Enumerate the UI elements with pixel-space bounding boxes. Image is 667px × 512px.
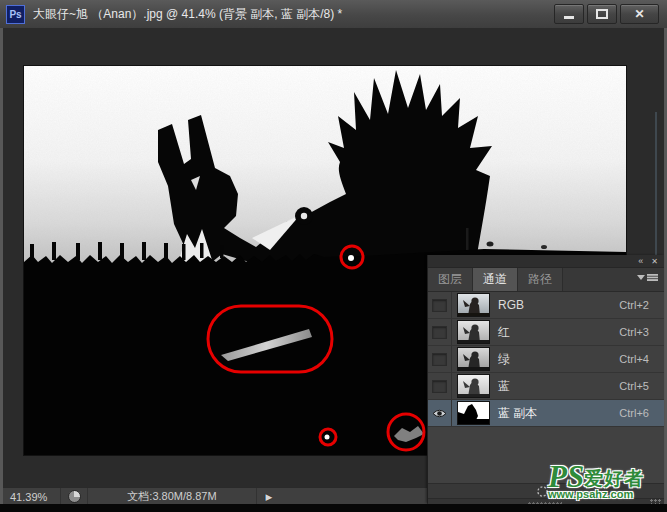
channel-row-green[interactable]: 绿 Ctrl+4 [428,346,664,373]
close-panel-icon[interactable]: ✕ [651,257,658,266]
tab-paths[interactable]: 路径 [518,268,563,291]
visibility-toggle[interactable] [428,400,452,426]
zoom-level-field[interactable]: 41.39% [3,488,61,505]
status-icon-cell[interactable] [61,488,88,505]
document-size-info[interactable]: 文档:3.80M/8.87M [88,488,257,505]
channel-thumbnail[interactable] [457,347,490,371]
window-controls: ✕ [554,4,659,24]
title-bar: Ps 大眼仔~旭 （Anan）.jpg @ 41.4% (背景 副本, 蓝 副本… [0,0,667,29]
distant-pole [466,228,469,250]
channel-row-blue-copy[interactable]: 蓝 副本 Ctrl+6 [428,400,664,427]
status-bar: 41.39% 文档:3.80M/8.87M ▶ [3,487,427,505]
distant-figure [487,242,494,247]
visibility-toggle[interactable] [428,346,452,372]
close-icon: ✕ [634,7,644,21]
eye-well-empty [432,353,447,366]
white-speck [325,435,330,440]
channel-row-red[interactable]: 红 Ctrl+3 [428,319,664,346]
document-status-icon [68,490,81,503]
channel-thumbnail[interactable] [457,320,490,344]
watermark-suffix: 爱好者 [584,469,644,488]
window-bottom-strip [0,504,667,512]
watermark: PS 爱好者 www.psahz.com [548,461,666,500]
menu-lines-icon [647,274,658,281]
white-speck [348,255,354,261]
window-title: 大眼仔~旭 （Anan）.jpg @ 41.4% (背景 副本, 蓝 副本/8)… [33,6,554,23]
minimize-button[interactable] [554,4,584,24]
window-border-left [0,28,3,504]
channel-name: RGB [498,298,619,312]
channel-shortcut: Ctrl+3 [619,326,664,338]
panel-menu-icon[interactable] [637,274,658,281]
strap-loop-hole [301,213,307,219]
tab-channels[interactable]: 通道 [473,268,518,291]
channel-name: 蓝 副本 [498,405,619,422]
eye-icon [432,408,447,419]
tab-layers[interactable]: 图层 [428,268,473,291]
visibility-toggle[interactable] [428,373,452,399]
channel-shortcut: Ctrl+5 [619,380,664,392]
eye-well-empty [432,299,447,312]
channel-shortcut: Ctrl+2 [619,299,664,311]
minimize-icon [564,16,574,19]
maximize-button[interactable] [587,4,617,24]
channel-list: RGB Ctrl+2 红 Ctrl+3 [428,292,664,427]
status-expand-arrow[interactable]: ▶ [257,488,281,505]
panel-tab-bar: 图层 通道 路径 [428,268,664,292]
channel-row-rgb[interactable]: RGB Ctrl+2 [428,292,664,319]
channel-shortcut: Ctrl+4 [619,353,664,365]
visibility-toggle[interactable] [428,319,452,345]
maximize-icon [596,9,608,19]
collapse-panel-icon[interactable]: « [638,257,643,266]
visibility-toggle[interactable] [428,292,452,318]
photoshop-app-icon[interactable]: Ps [6,5,25,24]
channel-thumbnail[interactable] [457,374,490,398]
channel-name: 绿 [498,351,619,368]
channel-name: 红 [498,324,619,341]
eye-well-empty [432,380,447,393]
eye-well-empty [432,326,447,339]
close-button[interactable]: ✕ [620,4,659,24]
channel-thumbnail[interactable] [457,293,490,317]
channel-shortcut: Ctrl+6 [619,407,664,419]
channel-row-blue[interactable]: 蓝 Ctrl+5 [428,373,664,400]
distant-figure [541,245,547,249]
watermark-url: www.psahz.com [548,488,666,500]
channel-name: 蓝 [498,378,619,395]
panel-top-bar: « ✕ [428,255,664,268]
channel-thumbnail[interactable] [457,401,490,425]
chevron-down-icon [637,275,645,280]
photoshop-window: Ps 大眼仔~旭 （Anan）.jpg @ 41.4% (背景 副本, 蓝 副本… [0,0,667,512]
